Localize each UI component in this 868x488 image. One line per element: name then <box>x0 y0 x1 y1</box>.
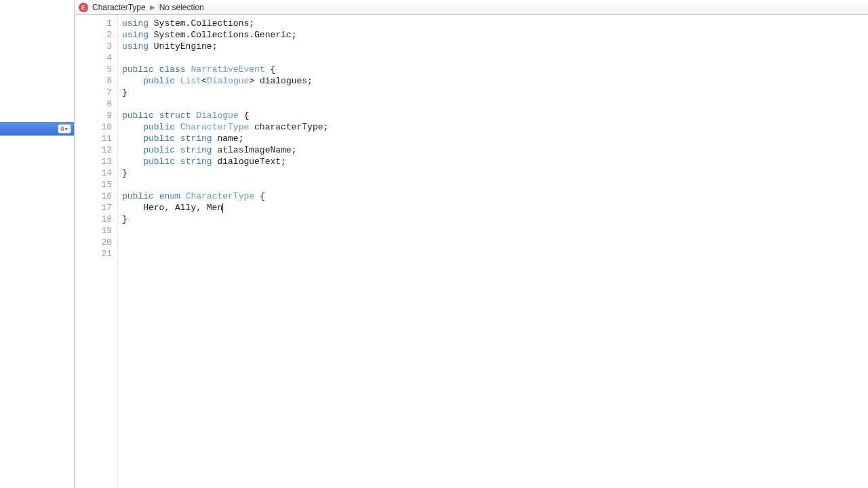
code-line[interactable]: Hero, Ally, Men <box>122 202 868 214</box>
code-line[interactable]: public enum CharacterType { <box>122 190 868 202</box>
enum-icon-letter: E <box>81 4 85 11</box>
line-number-gutter: 123456789101112131415161718192021 <box>75 15 118 488</box>
line-number: 4 <box>75 52 112 64</box>
breadcrumb[interactable]: E CharacterType ▶ No selection <box>75 0 868 15</box>
chevron-right-icon: ▶ <box>150 3 155 11</box>
line-number: 13 <box>75 156 112 167</box>
line-number: 2 <box>75 29 112 41</box>
line-number: 9 <box>75 110 112 121</box>
solution-sidebar[interactable]: ⚙▾ <box>0 0 75 488</box>
enum-icon: E <box>79 3 88 12</box>
line-number: 11 <box>75 133 112 144</box>
breadcrumb-symbol[interactable]: CharacterType <box>92 3 146 12</box>
code-line[interactable]: public string atlasImageName; <box>122 144 868 156</box>
code-line[interactable]: public struct Dialogue { <box>122 110 868 121</box>
line-number: 6 <box>75 75 112 87</box>
app-root: ⚙▾ E CharacterType ▶ No selection 123456… <box>0 0 868 488</box>
line-number: 3 <box>75 41 112 52</box>
code-line[interactable] <box>122 179 868 190</box>
sidebar-selected-item[interactable]: ⚙▾ <box>0 122 74 136</box>
code-line[interactable]: } <box>122 87 868 98</box>
line-number: 16 <box>75 190 112 202</box>
line-number: 21 <box>75 248 112 260</box>
code-line[interactable]: } <box>122 167 868 179</box>
line-number: 10 <box>75 121 112 133</box>
line-number: 18 <box>75 214 112 225</box>
line-number: 8 <box>75 98 112 110</box>
code-line[interactable]: public class NarrativeEvent { <box>122 64 868 75</box>
editor-main: E CharacterType ▶ No selection 123456789… <box>75 0 868 488</box>
line-number: 14 <box>75 167 112 179</box>
code-line[interactable]: public string dialogueText; <box>122 156 868 167</box>
code-line[interactable] <box>122 225 868 237</box>
code-line[interactable] <box>122 237 868 248</box>
code-line[interactable] <box>122 98 868 110</box>
code-line[interactable]: public string name; <box>122 133 868 144</box>
line-number: 7 <box>75 87 112 98</box>
code-content[interactable]: using System.Collections;using System.Co… <box>118 15 868 488</box>
code-line[interactable]: public List<Dialogue> dialogues; <box>122 75 868 87</box>
line-number: 12 <box>75 144 112 156</box>
line-number: 1 <box>75 18 112 29</box>
line-number: 5 <box>75 64 112 75</box>
text-caret <box>222 203 223 213</box>
gear-icon[interactable]: ⚙▾ <box>58 124 71 134</box>
line-number: 20 <box>75 237 112 248</box>
code-editor[interactable]: 123456789101112131415161718192021 using … <box>75 15 868 488</box>
breadcrumb-selection[interactable]: No selection <box>159 3 204 12</box>
line-number: 17 <box>75 202 112 214</box>
code-line[interactable]: } <box>122 214 868 225</box>
line-number: 19 <box>75 225 112 237</box>
code-line[interactable]: using UnityEngine; <box>122 41 868 52</box>
code-line[interactable]: using System.Collections.Generic; <box>122 29 868 41</box>
gear-glyph: ⚙▾ <box>61 125 68 133</box>
code-line[interactable]: public CharacterType characterType; <box>122 121 868 133</box>
line-number: 15 <box>75 179 112 190</box>
code-line[interactable] <box>122 248 868 260</box>
code-line[interactable] <box>122 52 868 64</box>
code-line[interactable]: using System.Collections; <box>122 18 868 29</box>
